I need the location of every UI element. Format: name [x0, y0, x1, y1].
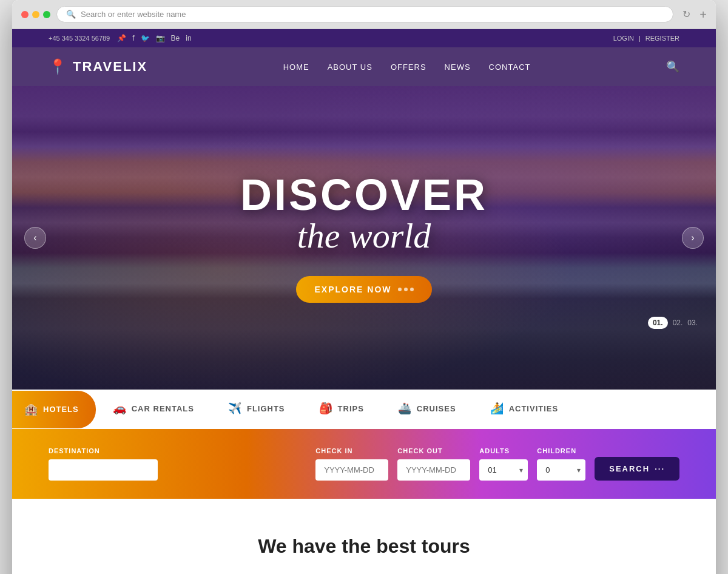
browser-chrome: 🔍 Search or enter website name ↻ + — [12, 0, 716, 29]
hotels-icon: 🏨 — [24, 403, 38, 416]
instagram-icon[interactable]: 📷 — [156, 34, 165, 42]
checkin-label: CHECK IN — [315, 447, 388, 454]
website-content: +45 345 3324 56789 📌 f 🐦 📷 Be in LOGIN |… — [12, 29, 716, 574]
browser-dots — [21, 11, 50, 18]
tab-flights-label: FLIGHTS — [247, 404, 285, 413]
logo[interactable]: 📍 TRAVELIX — [49, 58, 147, 75]
hero-title-sub: the world — [240, 217, 488, 255]
destination-label: DESTINATION — [49, 447, 306, 454]
top-bar-right: LOGIN | REGISTER — [613, 35, 679, 42]
social-links: 📌 f 🐦 📷 Be in — [117, 34, 191, 42]
tab-cruises-label: CRUISES — [417, 404, 456, 413]
tab-car-rentals-label: CAR RENTALS — [132, 404, 194, 413]
explore-now-button[interactable]: EXPLORE NOW — [296, 276, 431, 303]
tab-activities[interactable]: 🏄 ACTIVITIES — [473, 390, 576, 429]
tours-section: We have the best tours Lorem ipsum dolor… — [12, 499, 716, 574]
checkout-input[interactable] — [397, 459, 470, 481]
divider: | — [639, 35, 641, 42]
checkout-label: CHECK OUT — [397, 447, 470, 454]
navbar: 📍 TRAVELIX HOME ABOUT US OFFERS NEWS CON… — [12, 47, 716, 86]
children-select[interactable]: 0 1 2 3 — [537, 459, 585, 481]
activities-icon: 🏄 — [490, 402, 504, 415]
slider-next-button[interactable]: › — [682, 227, 704, 249]
nav-contact[interactable]: CONTACT — [489, 62, 531, 72]
explore-now-label: EXPLORE NOW — [314, 285, 391, 294]
top-bar: +45 345 3324 56789 📌 f 🐦 📷 Be in LOGIN |… — [12, 29, 716, 47]
dot-minimize[interactable] — [32, 11, 39, 18]
destination-input[interactable] — [49, 459, 158, 481]
nav-search-icon[interactable]: 🔍 — [666, 60, 679, 73]
adults-select[interactable]: 01 02 03 04 — [479, 459, 528, 481]
indicator-1[interactable]: 01. — [648, 317, 668, 329]
children-label: CHILDREN — [537, 447, 585, 454]
nav-home[interactable]: HOME — [283, 62, 309, 72]
tab-activities-label: ACTIVITIES — [509, 404, 559, 413]
search-btn-dots: ··· — [655, 464, 665, 473]
hero-title-main: DISCOVER — [240, 173, 488, 217]
new-tab-icon[interactable]: + — [699, 8, 707, 21]
btn-dot-2 — [404, 288, 408, 291]
search-icon: 🔍 — [66, 10, 76, 19]
top-bar-left: +45 345 3324 56789 📌 f 🐦 📷 Be in — [49, 34, 192, 42]
adults-select-wrapper: 01 02 03 04 — [479, 459, 528, 481]
register-link[interactable]: REGISTER — [645, 35, 679, 42]
hero-content: DISCOVER the world EXPLORE NOW — [240, 173, 488, 303]
chevron-left-icon: ‹ — [33, 232, 36, 243]
address-bar[interactable]: 🔍 Search or enter website name — [56, 6, 673, 22]
logo-icon: 📍 — [49, 58, 68, 75]
phone-number: +45 345 3324 56789 — [49, 35, 110, 42]
search-btn-label: SEARCH — [609, 464, 650, 473]
slider-prev-button[interactable]: ‹ — [24, 227, 46, 249]
linkedin-icon[interactable]: in — [186, 34, 191, 42]
slider-indicators: 01. 02. 03. — [648, 317, 698, 329]
cruises-icon: 🚢 — [398, 402, 412, 415]
address-bar-text: Search or enter website name — [81, 10, 186, 19]
tours-description: Lorem ipsum dolor sit amet, consectetur … — [182, 570, 546, 574]
tab-cruises[interactable]: 🚢 CRUISES — [381, 390, 473, 429]
tabs-section: 🏨 HOTELS 🚗 CAR RENTALS ✈️ FLIGHTS 🎒 TRIP… — [12, 390, 716, 429]
checkin-field: CHECK IN — [315, 447, 388, 481]
children-select-wrapper: 0 1 2 3 — [537, 459, 585, 481]
children-field: CHILDREN 0 1 2 3 — [537, 447, 585, 481]
chevron-right-icon: › — [691, 232, 694, 243]
btn-dot-1 — [398, 288, 402, 291]
tab-hotels-label: HOTELS — [43, 405, 79, 414]
tab-trips-label: TRIPS — [338, 404, 364, 413]
hero-section: ‹ DISCOVER the world EXPLORE NOW › — [12, 86, 716, 390]
dot-maximize[interactable] — [43, 11, 50, 18]
btn-dot-3 — [410, 288, 414, 291]
nav-news[interactable]: NEWS — [445, 62, 471, 72]
facebook-icon[interactable]: f — [132, 34, 134, 42]
refresh-icon[interactable]: ↻ — [682, 8, 690, 20]
browser-window: 🔍 Search or enter website name ↻ + +45 3… — [12, 0, 716, 574]
checkin-input[interactable] — [315, 459, 388, 481]
pinterest-icon[interactable]: 📌 — [117, 34, 126, 42]
nav-offers[interactable]: OFFERS — [391, 62, 426, 72]
adults-label: ADULTS — [479, 447, 528, 454]
checkout-field: CHECK OUT — [397, 447, 470, 481]
behance-icon[interactable]: Be — [171, 34, 180, 42]
tab-hotels[interactable]: 🏨 HOTELS — [12, 391, 96, 428]
destination-field: DESTINATION — [49, 447, 306, 481]
tours-title: We have the best tours — [49, 535, 679, 558]
car-rentals-icon: 🚗 — [113, 402, 127, 415]
indicator-3[interactable]: 03. — [687, 319, 698, 327]
search-button[interactable]: SEARCH ··· — [595, 457, 679, 481]
logo-text: TRAVELIX — [73, 59, 147, 75]
tab-flights[interactable]: ✈️ FLIGHTS — [211, 390, 302, 429]
flights-icon: ✈️ — [228, 402, 242, 415]
trips-icon: 🎒 — [319, 402, 333, 415]
tab-car-rentals[interactable]: 🚗 CAR RENTALS — [96, 390, 211, 429]
indicator-2[interactable]: 02. — [673, 319, 683, 327]
tab-trips[interactable]: 🎒 TRIPS — [302, 390, 381, 429]
login-link[interactable]: LOGIN — [613, 35, 634, 42]
adults-field: ADULTS 01 02 03 04 — [479, 447, 528, 481]
hero-btn-dots — [398, 288, 414, 291]
twitter-icon[interactable]: 🐦 — [141, 34, 150, 42]
dot-close[interactable] — [21, 11, 29, 18]
tabs-bar: 🏨 HOTELS 🚗 CAR RENTALS ✈️ FLIGHTS 🎒 TRIP… — [12, 390, 716, 429]
search-bar: DESTINATION CHECK IN CHECK OUT ADULTS 01… — [12, 429, 716, 499]
nav-links: HOME ABOUT US OFFERS NEWS CONTACT — [283, 61, 531, 72]
nav-about[interactable]: ABOUT US — [328, 62, 372, 72]
